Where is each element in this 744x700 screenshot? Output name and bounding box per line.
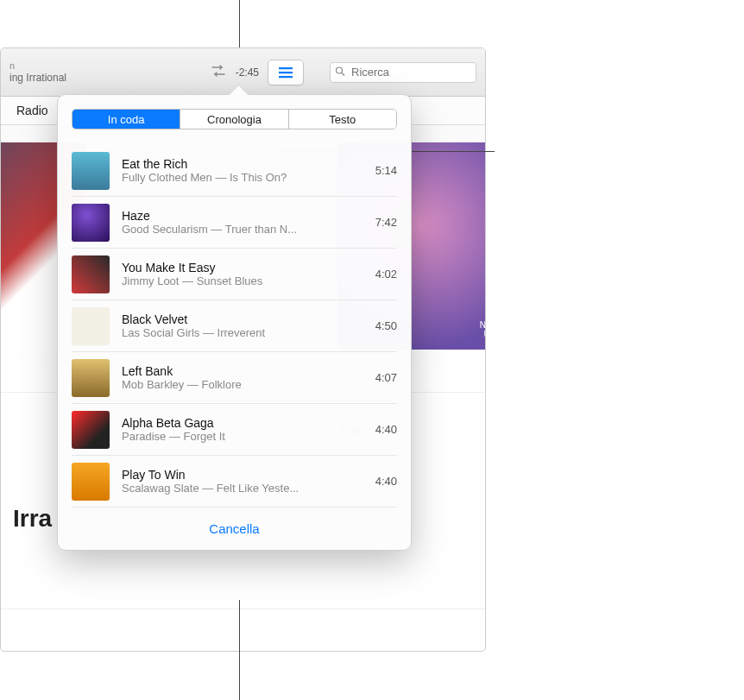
queue-item[interactable]: Play To Win Scalawag Slate — Felt Like Y… [72, 456, 397, 508]
queue-button[interactable] [268, 60, 304, 85]
track-subtitle: Fully Clothed Men — Is This On? [122, 171, 356, 184]
track-subtitle: Good Secularism — Truer than N... [122, 223, 356, 236]
svg-line-4 [342, 73, 344, 75]
track-duration: 5:14 [369, 164, 397, 177]
svg-rect-2 [279, 76, 293, 78]
tab-radio[interactable]: Radio [16, 104, 48, 117]
album-art-icon [72, 411, 110, 449]
search-icon [335, 66, 345, 79]
album-badge-1: NONFICTI [480, 320, 485, 330]
callout-line-bottom [239, 600, 240, 700]
segmented-control: In coda Cronologia Testo [72, 109, 397, 129]
track-duration: 4:02 [369, 268, 397, 281]
now-playing-line1: n [9, 60, 139, 72]
divider [1, 609, 485, 609]
track-title: You Make It Easy [122, 261, 356, 274]
track-title: Black Velvet [122, 312, 356, 326]
album-art-icon [72, 359, 110, 397]
album-badge-2: ULARISM [480, 330, 485, 339]
queue-item[interactable]: Haze Good Secularism — Truer than N... 7… [72, 197, 397, 249]
track-subtitle: Paradise — Forget It [122, 430, 356, 443]
track-subtitle: Jimmy Loot — Sunset Blues [122, 274, 356, 287]
track-duration: 4:40 [369, 423, 397, 436]
time-remaining: -2:45 [236, 66, 259, 79]
track-title: Haze [122, 209, 356, 223]
search-input[interactable] [330, 62, 476, 83]
queue-item[interactable]: Eat the Rich Fully Clothed Men — Is This… [72, 145, 397, 197]
queue-item[interactable]: You Make It Easy Jimmy Loot — Sunset Blu… [72, 249, 397, 300]
svg-rect-0 [279, 67, 293, 69]
track-subtitle: Las Social Girls — Irreverent [122, 326, 356, 339]
queue-item[interactable]: Alpha Beta Gaga Paradise — Forget It 4:4… [72, 404, 397, 456]
album-art-icon [72, 152, 110, 190]
section-heading: Irra [13, 505, 52, 533]
now-playing-line2: ing Irrational [9, 72, 139, 84]
track-duration: 4:50 [369, 319, 397, 332]
track-duration: 7:42 [369, 216, 397, 229]
queue-popover: In coda Cronologia Testo Eat the Rich Fu… [57, 94, 412, 551]
album-art-icon [72, 463, 110, 501]
queue-item[interactable]: Left Bank Mob Barkley — Folklore 4:07 [72, 352, 397, 404]
queue-icon [277, 66, 294, 79]
track-title: Left Bank [122, 364, 356, 378]
track-duration: 4:40 [369, 475, 397, 488]
track-title: Alpha Beta Gaga [122, 416, 356, 430]
now-playing-info: n ing Irrational [9, 60, 139, 85]
repeat-icon[interactable] [210, 65, 227, 80]
tab-lyrics[interactable]: Testo [289, 110, 396, 129]
tab-queue[interactable]: In coda [73, 110, 180, 129]
album-art-icon [72, 307, 110, 345]
track-subtitle: Mob Barkley — Folklore [122, 378, 356, 391]
album-art-icon [72, 204, 110, 242]
album-art-icon [72, 255, 110, 293]
track-title: Play To Win [122, 468, 356, 482]
svg-point-3 [337, 67, 343, 73]
queue-item[interactable]: Black Velvet Las Social Girls — Irrevere… [72, 300, 397, 352]
svg-rect-1 [279, 72, 293, 73]
tab-history[interactable]: Cronologia [180, 110, 288, 129]
track-duration: 4:07 [369, 371, 397, 384]
track-subtitle: Scalawag Slate — Felt Like Yeste... [122, 482, 356, 495]
track-title: Eat the Rich [122, 157, 356, 171]
clear-button[interactable]: Cancella [209, 521, 259, 536]
queue-list: Eat the Rich Fully Clothed Men — Is This… [58, 145, 411, 508]
